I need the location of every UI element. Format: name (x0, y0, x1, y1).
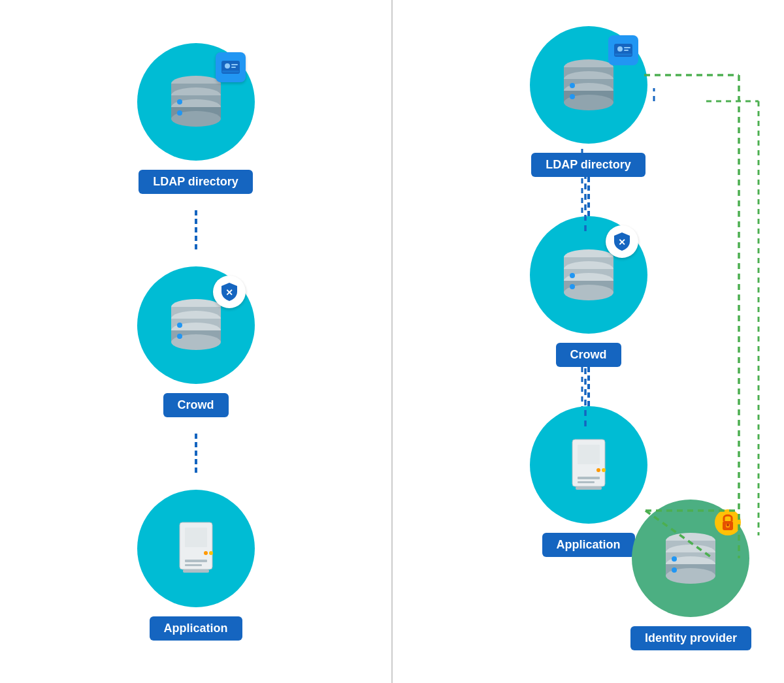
left-crowd-circle: ✕ (137, 266, 255, 384)
right-ldap-id-badge (608, 35, 638, 65)
svg-point-80 (672, 567, 677, 573)
svg-point-68 (602, 468, 606, 472)
svg-point-7 (177, 99, 182, 104)
svg-text:✕: ✕ (225, 287, 233, 298)
svg-rect-27 (185, 528, 207, 547)
svg-rect-69 (578, 477, 600, 479)
svg-point-29 (209, 551, 213, 555)
svg-rect-71 (576, 486, 602, 490)
svg-point-47 (570, 94, 575, 99)
svg-rect-70 (578, 481, 595, 483)
svg-point-84 (727, 524, 729, 526)
lock-icon (713, 508, 742, 537)
right-app-node: Application (530, 406, 647, 557)
right-ldap-node: LDAP directory (530, 26, 647, 177)
svg-rect-12 (231, 67, 236, 68)
left-crowd-node: ✕ Crowd (137, 266, 255, 417)
right-crowd-node: ✕ Crowd (530, 216, 647, 367)
svg-point-22 (177, 334, 182, 339)
right-shield-icon: ✕ (612, 231, 632, 252)
svg-rect-31 (185, 564, 202, 566)
right-panel: LDAP directory (393, 0, 784, 683)
right-ldap-circle (530, 26, 647, 144)
right-app-icon (559, 434, 618, 496)
left-app-node: Application (137, 490, 255, 641)
right-connector-2 (587, 367, 590, 406)
left-app-label: Application (150, 616, 242, 641)
svg-rect-51 (624, 50, 629, 51)
left-ldap-circle (137, 43, 255, 161)
svg-rect-11 (231, 64, 238, 65)
idp-lock-badge (711, 506, 744, 539)
idp-circle (632, 500, 749, 617)
left-app-circle (137, 490, 255, 607)
left-app-icon (167, 517, 225, 579)
left-ldap-label: LDAP directory (139, 170, 253, 194)
svg-point-28 (204, 551, 208, 555)
svg-point-60 (570, 273, 575, 278)
svg-point-49 (617, 46, 623, 52)
right-crowd-shield-badge: ✕ (606, 225, 638, 258)
svg-point-79 (672, 556, 677, 562)
svg-rect-52 (615, 54, 632, 56)
left-connector-1 (195, 210, 197, 249)
right-ldap-label: LDAP directory (531, 153, 645, 177)
right-app-label: Application (542, 533, 635, 557)
svg-point-61 (570, 284, 575, 289)
left-ldap-node: LDAP directory (137, 43, 255, 194)
svg-point-67 (596, 468, 600, 472)
right-app-circle (530, 406, 647, 524)
left-panel: LDAP directory (0, 0, 391, 683)
ldap-id-badge (216, 52, 246, 82)
svg-rect-66 (578, 445, 600, 464)
svg-point-21 (177, 323, 182, 328)
svg-rect-13 (222, 71, 239, 72)
right-crowd-circle: ✕ (530, 216, 647, 334)
id-card-icon (221, 59, 240, 76)
svg-point-10 (225, 63, 230, 69)
svg-text:✕: ✕ (618, 237, 626, 247)
idp-node: Identity provider (630, 500, 751, 650)
right-id-card-icon (613, 42, 633, 59)
svg-rect-30 (185, 560, 207, 562)
crowd-shield-badge: ✕ (213, 276, 246, 308)
right-crowd-label: Crowd (556, 343, 621, 367)
right-connector-1 (587, 177, 590, 216)
svg-rect-50 (624, 47, 630, 48)
right-left-column: LDAP directory (530, 26, 647, 557)
svg-point-46 (570, 83, 575, 88)
left-connector-2 (195, 434, 197, 473)
shield-icon: ✕ (219, 281, 240, 302)
diagram-container: LDAP directory (0, 0, 784, 683)
svg-rect-32 (183, 569, 209, 573)
svg-point-8 (177, 110, 182, 116)
left-crowd-label: Crowd (163, 393, 229, 417)
idp-label: Identity provider (630, 626, 751, 650)
